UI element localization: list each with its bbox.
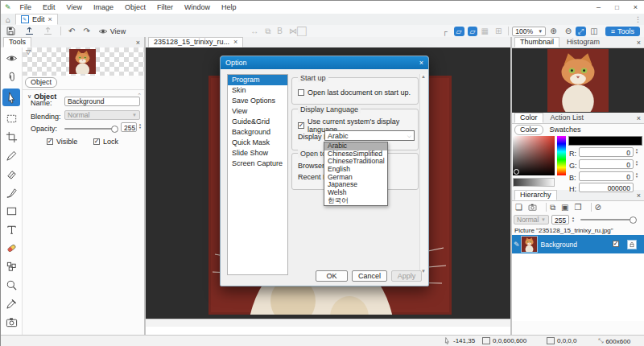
tab-action-list[interactable]: Action List xyxy=(546,113,589,122)
disable-icon[interactable]: ⊘ xyxy=(595,203,601,212)
edit-tab-close-icon[interactable]: × xyxy=(48,15,52,23)
document-tab-close-icon[interactable]: × xyxy=(233,38,237,47)
menu-object[interactable]: Object xyxy=(119,3,151,11)
fullscreen-button[interactable]: ⤢ xyxy=(576,27,586,36)
document-icon[interactable]: ❐ xyxy=(575,203,582,212)
close-button[interactable]: × xyxy=(626,3,644,11)
duplicate-icon[interactable]: ⧉ xyxy=(550,203,555,212)
attach-tool[interactable] xyxy=(3,70,19,83)
shape-tool[interactable] xyxy=(3,204,19,217)
camera-icon[interactable] xyxy=(528,203,537,212)
copy-icon[interactable]: ⧉ xyxy=(265,27,270,36)
layer-opacity-spinner-icon[interactable]: ▲▼ xyxy=(572,216,578,223)
layer-lock-icon[interactable] xyxy=(627,240,637,249)
new-object-icon[interactable]: ❏ xyxy=(515,203,522,212)
zoom-tool[interactable] xyxy=(3,278,19,291)
brush-tool[interactable] xyxy=(3,186,19,199)
color-panel-close-icon[interactable]: × xyxy=(637,114,641,122)
eraser-tool[interactable] xyxy=(3,167,19,180)
opacity-value-box[interactable]: 255 xyxy=(121,122,137,132)
r-spinner-icon[interactable]: ▲▼ xyxy=(635,148,642,154)
menu-file[interactable]: File xyxy=(14,3,38,11)
document-tab[interactable]: 235128_15_trinixy_ru... × xyxy=(148,37,243,47)
zoom-in-icon[interactable]: ⊕ xyxy=(550,27,556,35)
fit-width-icon[interactable]: ↔ xyxy=(250,27,258,35)
nav-slide-show[interactable]: Slide Show xyxy=(228,148,287,159)
opacity-slider-knob[interactable] xyxy=(111,126,118,133)
marquee-tool[interactable] xyxy=(3,112,19,125)
startup-checkbox[interactable]: Open last document on start up. xyxy=(298,89,411,97)
nav-guide-grid[interactable]: Guide&Grid xyxy=(228,117,287,127)
save-icon[interactable] xyxy=(6,26,16,36)
tab-thumbnail[interactable]: Thumbnail xyxy=(514,37,559,47)
opacity-slider[interactable] xyxy=(64,128,116,130)
menu-filter[interactable]: Filter xyxy=(151,3,179,11)
dialog-scrollbar[interactable]: ▲ ▼ xyxy=(419,74,427,274)
hex-value-input[interactable]: 000000 xyxy=(579,183,634,192)
pen-tool[interactable] xyxy=(3,149,19,162)
capture-tool[interactable] xyxy=(3,315,19,328)
subtab-swatches[interactable]: Swatches xyxy=(550,126,581,134)
object-badge[interactable]: Object xyxy=(25,77,57,88)
collapse-chevron-icon[interactable]: ▽ xyxy=(26,48,31,56)
ruler-corner-icon[interactable]: ┌ xyxy=(442,27,447,35)
g-value-input[interactable]: 0 xyxy=(579,159,634,169)
layer-visible-checkbox[interactable]: ✓ xyxy=(613,241,619,247)
hierarchy-panel-close-icon[interactable]: × xyxy=(637,192,641,200)
preview-eye-tool[interactable] xyxy=(3,51,19,64)
apply-button[interactable]: Apply xyxy=(391,270,422,282)
thumbnail-panel-close-icon[interactable]: × xyxy=(637,39,641,47)
more-icon[interactable]: ⋮ xyxy=(634,15,642,23)
name-input[interactable] xyxy=(64,97,140,106)
paste-icon[interactable]: ▣ xyxy=(561,203,568,212)
hue-bar[interactable] xyxy=(557,136,566,175)
ok-button[interactable]: OK xyxy=(316,270,348,282)
snap-2-button[interactable]: ▱ xyxy=(468,27,478,36)
menu-help[interactable]: Help xyxy=(216,3,242,11)
flip-icon[interactable]: ⋈ xyxy=(289,27,297,35)
layer-opacity-knob[interactable] xyxy=(630,216,637,224)
nav-view[interactable]: View xyxy=(228,106,287,117)
subtab-color[interactable]: Color xyxy=(514,125,543,135)
minimize-button[interactable]: – xyxy=(589,3,608,11)
nav-save-options[interactable]: Save Options xyxy=(228,96,287,106)
object-thumbnail[interactable] xyxy=(69,49,96,74)
text-tool[interactable] xyxy=(3,223,19,236)
nav-background[interactable]: Background xyxy=(228,127,287,138)
scroll-up-icon[interactable]: ▲ xyxy=(421,74,426,79)
visible-checkbox[interactable]: ✓ Visible xyxy=(47,138,77,146)
tab-histogram[interactable]: Histogram xyxy=(562,38,605,47)
horizontal-scrollbar[interactable] xyxy=(146,319,510,327)
heal-tool[interactable] xyxy=(3,241,19,254)
layer-opacity-box[interactable]: 255 xyxy=(551,215,569,224)
b-spinner-icon[interactable]: ▲▼ xyxy=(635,172,642,179)
select-tool[interactable] xyxy=(2,89,20,106)
snap-1-button[interactable]: ▱ xyxy=(454,27,464,36)
menu-view[interactable]: View xyxy=(61,3,88,11)
nav-quick-mask[interactable]: Quick Mask xyxy=(228,138,287,148)
display-language-combobox[interactable]: Arabic ⌵ xyxy=(324,130,415,141)
tab-edit[interactable]: ✎ Edit × xyxy=(15,14,58,25)
hierarchy-title[interactable]: Hierarchy xyxy=(514,190,557,200)
layer-opacity-slider[interactable] xyxy=(580,219,637,220)
cancel-button[interactable]: Cancel xyxy=(352,270,387,282)
maximize-button[interactable]: □ xyxy=(608,4,626,11)
tab-color[interactable]: Color xyxy=(514,113,543,123)
option-dialog-titlebar[interactable]: Option × xyxy=(221,56,428,69)
thumbnail-view[interactable] xyxy=(512,48,644,113)
color-picker-tool[interactable] xyxy=(3,297,19,310)
nav-skin[interactable]: Skin xyxy=(228,85,287,96)
lock-checkbox[interactable]: ✓ Lock xyxy=(93,138,118,146)
option-dialog-close-icon[interactable]: × xyxy=(419,59,423,67)
tools-panel-close-icon[interactable]: × xyxy=(136,39,140,47)
saturation-value-square[interactable] xyxy=(513,136,555,175)
menu-window[interactable]: Window xyxy=(179,3,216,11)
split-view-icon[interactable]: ◫ xyxy=(590,27,597,35)
menu-edit[interactable]: Edit xyxy=(37,3,61,11)
zoom-out-icon[interactable]: ⊖ xyxy=(565,27,572,35)
crop-tool[interactable] xyxy=(3,130,19,143)
undo-icon[interactable]: ↶ xyxy=(68,27,75,35)
grayscale-bar[interactable] xyxy=(513,178,555,187)
bold-icon[interactable]: B xyxy=(277,27,283,35)
home-icon[interactable]: ⌂ xyxy=(6,15,10,24)
